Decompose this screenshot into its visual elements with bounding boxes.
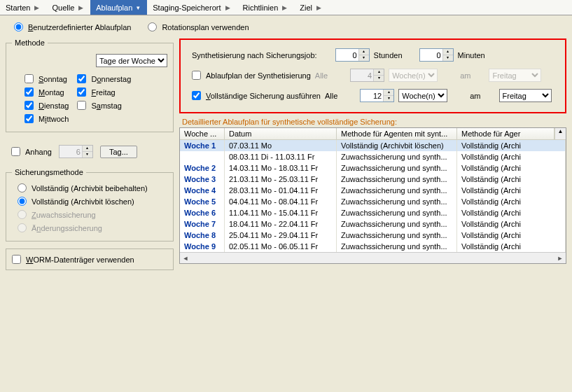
table-row[interactable]: Woche 611.04.11 Mo - 15.04.11 FrZuwachss… — [180, 207, 566, 218]
wizard-tabs: Starten▶ Quelle▶ Ablaufplan▾ Staging-Spe… — [0, 0, 572, 15]
col-method2[interactable]: Methode für Ager — [457, 128, 554, 139]
synth-after-label: Synthetisierung nach Sicherungsjob: — [192, 51, 317, 59]
table-row[interactable]: Woche 214.03.11 Mo - 18.03.11 FrZuwachss… — [180, 162, 566, 174]
full-unit-select[interactable]: Woche(n) — [398, 89, 447, 102]
label-every-2: Alle — [325, 92, 337, 100]
table-row[interactable]: Woche 825.04.11 Mo - 29.04.11 FrZuwachss… — [180, 230, 566, 241]
radio-full-clear[interactable]: Vollständig (Archivbit löschen) — [18, 197, 167, 206]
day-button[interactable]: Tag... — [100, 146, 137, 158]
col-date[interactable]: Datum — [225, 128, 337, 139]
check-samstag[interactable]: Samstag — [77, 101, 131, 110]
scroll-right-icon[interactable]: ► — [554, 255, 566, 262]
check-donnerstag[interactable]: Donnerstag — [77, 74, 131, 83]
tab-richtlinien[interactable]: Richtlinien▶ — [237, 0, 295, 15]
check-full-backup[interactable]: Vollständige Sicherung ausführen — [192, 91, 321, 100]
table-row[interactable]: Woche 718.04.11 Mo - 22.04.11 FrZuwachss… — [180, 218, 566, 230]
radio-user-defined[interactable]: BBenutzerdefinierter Ablaufplanenutzerde… — [14, 22, 131, 31]
chevron-right-icon: ▶ — [316, 4, 321, 11]
check-freitag[interactable]: Freitag — [77, 88, 131, 97]
check-worm[interactable]: WORM-Datenträger verwenden — [12, 255, 167, 264]
table-row[interactable]: Woche 321.03.11 Mo - 25.03.11 FrZuwachss… — [180, 174, 566, 185]
radio-full-keep[interactable]: Vollständig (Archivbit beibehalten) — [18, 183, 167, 192]
tab-starten[interactable]: Starten▶ — [0, 0, 46, 15]
label-on-2: am — [470, 92, 480, 100]
method-select[interactable]: Tage der Woche — [96, 54, 167, 67]
schedule-day-select: Freitag — [489, 69, 541, 82]
highlight-box: Synthetisierung nach Sicherungsjob: ▴▾ S… — [179, 38, 566, 113]
scroll-up-icon[interactable]: ▲ — [554, 128, 566, 139]
schedule-unit-select: Woche(n) — [389, 69, 438, 82]
backup-method-legend: Sicherungsmethode — [12, 168, 86, 176]
radio-differential: Änderungssicherung — [18, 223, 167, 232]
table-row[interactable]: Woche 107.03.11 MoVollständig (Archivbit… — [180, 140, 566, 151]
chevron-down-icon: ▾ — [137, 4, 140, 11]
chevron-right-icon: ▶ — [225, 4, 230, 11]
anhang-spinner: ▴▾ — [59, 145, 93, 158]
table-row[interactable]: Woche 504.04.11 Mo - 08.04.11 FrZuwachss… — [180, 196, 566, 207]
table-row[interactable]: 08.03.11 Di - 11.03.11 FrZuwachssicherun… — [180, 151, 566, 162]
chevron-right-icon: ▶ — [282, 4, 287, 11]
check-anhang[interactable]: Anhang — [11, 147, 52, 156]
plan-type-radios: BBenutzerdefinierter Ablaufplanenutzerde… — [0, 15, 572, 36]
table-caption: Detaillierter Ablaufplan für synthetisch… — [182, 118, 566, 126]
chevron-right-icon: ▶ — [34, 4, 39, 11]
col-method1[interactable]: Methode für Agenten mit synt... — [337, 128, 457, 139]
full-day-select[interactable]: Freitag — [499, 89, 552, 102]
col-week[interactable]: Woche ... — [180, 128, 225, 139]
label-on-1: am — [460, 71, 470, 80]
backup-method-group: Sicherungsmethode Vollständig (Archivbit… — [6, 168, 174, 241]
method-legend: Methode — [12, 38, 48, 47]
check-dienstag[interactable]: Dienstag — [25, 101, 69, 110]
check-montag[interactable]: Montag — [25, 88, 69, 97]
schedule-table: Woche ... Datum Methode für Agenten mit … — [179, 127, 566, 264]
chevron-right-icon: ▶ — [78, 4, 83, 11]
check-synth-schedule[interactable]: Ablaufplan der Synthetisierung — [192, 71, 311, 80]
scroll-left-icon[interactable]: ◄ — [180, 255, 191, 262]
tab-ablaufplan[interactable]: Ablaufplan▾ — [90, 0, 147, 15]
label-every-1: Alle — [315, 71, 328, 80]
table-row[interactable]: Woche 428.03.11 Mo - 01.04.11 FrZuwachss… — [180, 185, 566, 196]
check-sonntag[interactable]: Sonntag — [25, 74, 69, 83]
radio-rotation[interactable]: Rotationsplan verwenden — [148, 22, 249, 31]
full-num-spinner[interactable]: ▴▾ — [360, 89, 394, 102]
minutes-label: Minuten — [458, 51, 485, 59]
worm-group: WORM-Datenträger verwenden — [6, 248, 174, 270]
check-mittwoch[interactable]: Mittwoch — [25, 114, 69, 123]
tab-ziel[interactable]: Ziel▶ — [294, 0, 328, 15]
tab-quelle[interactable]: Quelle▶ — [46, 0, 90, 15]
hours-label: Stunden — [374, 51, 403, 59]
hours-spinner[interactable]: ▴▾ — [335, 48, 370, 62]
method-group: Methode Tage der Woche Sonntag Montag Di… — [6, 38, 174, 132]
tab-staging[interactable]: Staging-Speicherort▶ — [147, 0, 237, 15]
radio-incremental: Zuwachssicherung — [18, 210, 167, 219]
minutes-spinner[interactable]: ▴▾ — [419, 48, 454, 62]
table-row[interactable]: Woche 902.05.11 Mo - 06.05.11 FrZuwachss… — [180, 241, 566, 252]
horizontal-scrollbar[interactable]: ◄ ► — [180, 252, 566, 263]
schedule-num-spinner: ▴▾ — [350, 69, 384, 82]
